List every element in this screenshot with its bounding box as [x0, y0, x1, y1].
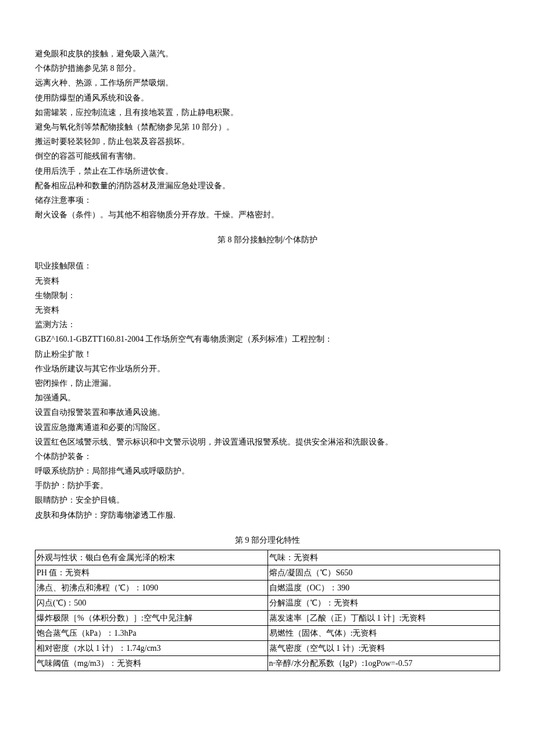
table-cell: 熔点/凝固点（℃）S650 [268, 565, 500, 581]
table-cell: 蒸发速率［乙酸（正）丁酯以 1 计］:无资料 [268, 611, 500, 626]
body-line: 皮肤和身体防护：穿防毒物渗透工作服. [35, 508, 500, 522]
table-row: 外观与性状：银白色有金属光泽的粉末 气味：无资料 [35, 550, 500, 565]
table-cell: 爆炸极限［%（体积分数）］:空气中见注解 [35, 611, 268, 626]
body-line: 倒空的容器可能残留有害物。 [35, 149, 500, 163]
table-cell: 蒸气密度（空气以 1 计）:无资料 [268, 641, 500, 656]
body-line: 作业场所建议与其它作业场所分开。 [35, 361, 500, 376]
table-cell: 气味：无资料 [268, 550, 500, 565]
body-line: 远离火种、热源，工作场所严禁吸烟。 [35, 76, 500, 90]
table-cell: 易燃性（固体、气体）:无资料 [268, 626, 500, 641]
table-row: PH 值：无资料 熔点/凝固点（℃）S650 [35, 565, 500, 581]
body-line: 使用后洗手，禁止在工作场所进饮食。 [35, 164, 500, 178]
body-line: 设置自动报警装置和事故通风设施。 [35, 405, 500, 420]
table-cell: 饱合蒸气压（kPa）：1.3hPa [35, 626, 268, 641]
section-8-body: 职业接触限值： 无资料 生物限制： 无资料 监测方法： GBZ^160.1-GB… [35, 259, 500, 522]
body-line: 监测方法： [35, 317, 500, 332]
table-row: 气味阈值（mg/m3）：无资料 n·辛醇/水分配系数（IgP）:1ogPow=-… [35, 656, 500, 671]
body-line: 防止粉尘扩散！ [35, 347, 500, 361]
body-line: 生物限制： [35, 288, 500, 303]
section-9-heading: 第 9 部分理化特性 [35, 533, 500, 547]
body-line: 手防护：防护手套。 [35, 478, 500, 493]
body-line: GBZ^160.1-GBZTT160.81-2004 工作场所空气有毒物质测定（… [35, 332, 500, 346]
properties-table: 外观与性状：银白色有金属光泽的粉末 气味：无资料 PH 值：无资料 熔点/凝固点… [35, 550, 500, 671]
body-line: 搬运时要轻装轻卸，防止包装及容器损坏。 [35, 134, 500, 149]
section-8-heading: 第 8 部分接触控制/个体防护 [35, 232, 500, 247]
table-cell: 分解温度（℃）：无资料 [268, 596, 500, 611]
table-cell: 沸点、初沸点和沸程（℃）：1090 [35, 581, 268, 596]
body-line: 呼吸系统防护：局部排气通风或呼吸防护。 [35, 464, 500, 478]
table-row: 爆炸极限［%（体积分数）］:空气中见注解 蒸发速率［乙酸（正）丁酯以 1 计］:… [35, 611, 500, 626]
table-row: 饱合蒸气压（kPa）：1.3hPa 易燃性（固体、气体）:无资料 [35, 626, 500, 641]
body-line: 储存注意事项： [35, 193, 500, 207]
table-row: 沸点、初沸点和沸程（℃）：1090 自燃温度（OC）：390 [35, 581, 500, 596]
body-line: 避免眼和皮肤的接触，避免吸入蒸汽。 [35, 46, 500, 61]
body-line: 加强通风。 [35, 390, 500, 405]
body-line: 无资料 [35, 303, 500, 317]
body-line: 如需罐装，应控制流速，且有接地装置，防止静电积聚。 [35, 105, 500, 120]
body-line: 密闭操作，防止泄漏。 [35, 376, 500, 390]
table-row: 闪点(℃)：500 分解温度（℃）：无资料 [35, 596, 500, 611]
body-line: 无资料 [35, 274, 500, 288]
body-line: 眼睛防护：安全护目镜。 [35, 493, 500, 507]
table-cell: 相对密度（水以 1 计）：1.74g/cm3 [35, 641, 268, 656]
body-line: 耐火设备（条件）。与其他不相容物质分开存放。干燥。严格密封。 [35, 207, 500, 222]
body-line: 个体防护装备： [35, 449, 500, 464]
body-line: 配备相应品种和数量的消防器材及泄漏应急处理设备。 [35, 178, 500, 193]
table-cell: 闪点(℃)：500 [35, 596, 268, 611]
body-line: 设置红色区域警示线、警示标识和中文警示说明，并设置通讯报警系统。提供安全淋浴和洗… [35, 435, 500, 449]
section-7-body: 避免眼和皮肤的接触，避免吸入蒸汽。 个体防护措施参见第 8 部分。 远离火种、热… [35, 46, 500, 222]
table-cell: 气味阈值（mg/m3）：无资料 [35, 656, 268, 671]
body-line: 避免与氧化剂等禁配物接触（禁配物参见第 10 部分）。 [35, 120, 500, 134]
table-cell: 外观与性状：银白色有金属光泽的粉末 [35, 550, 268, 565]
table-cell: PH 值：无资料 [35, 565, 268, 581]
table-cell: 自燃温度（OC）：390 [268, 581, 500, 596]
table-row: 相对密度（水以 1 计）：1.74g/cm3 蒸气密度（空气以 1 计）:无资料 [35, 641, 500, 656]
table-cell: n·辛醇/水分配系数（IgP）:1ogPow=-0.57 [268, 656, 500, 671]
body-line: 设置应急撤离通道和必要的泻险区。 [35, 420, 500, 435]
body-line: 个体防护措施参见第 8 部分。 [35, 61, 500, 76]
body-line: 职业接触限值： [35, 259, 500, 273]
body-line: 使用防爆型的通风系统和设备。 [35, 91, 500, 105]
